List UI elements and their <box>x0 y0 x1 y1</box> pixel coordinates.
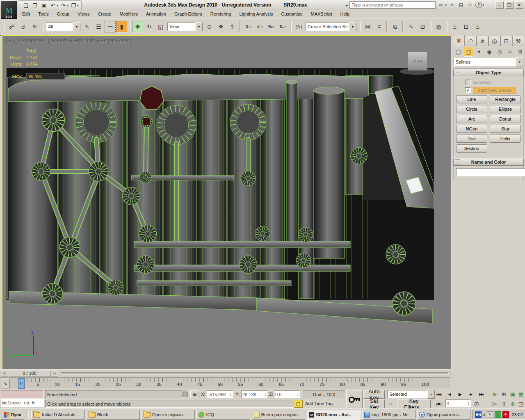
menu-tools[interactable]: Tools <box>34 11 53 17</box>
search-binoculars-icon[interactable]: ∞ <box>437 2 445 8</box>
menu-customize[interactable]: Customize <box>277 11 307 17</box>
tab-utilities[interactable]: ⚒ <box>512 36 524 46</box>
select-object-icon[interactable]: ↖ <box>82 21 93 32</box>
time-slider-handle[interactable]: 0 / 100 <box>9 370 50 377</box>
render-production-icon[interactable]: ♨ <box>472 21 483 32</box>
restore-button[interactable]: ❐ <box>505 1 514 9</box>
communication-center-icon[interactable]: ☊ <box>457 2 465 8</box>
default-tangent-icon[interactable]: ∿ <box>386 399 395 408</box>
y-coordinate-field[interactable]: ▴▾ <box>241 390 267 398</box>
goto-end-button[interactable]: ▶▶| <box>477 390 486 399</box>
category-shapes-icon[interactable]: ▢ <box>464 47 473 57</box>
set-keys-button[interactable] <box>346 390 363 408</box>
search-dropdown-icon[interactable]: ▾ <box>445 3 447 7</box>
play-button[interactable]: ▶ <box>455 390 465 399</box>
time-slider-groove[interactable] <box>61 372 449 374</box>
menu-views[interactable]: Views <box>73 11 94 17</box>
shape-button-ellipse[interactable]: Ellipse <box>490 105 521 113</box>
previous-frame-button[interactable]: ◀| <box>445 390 454 399</box>
edit-named-selection-sets-icon[interactable]: {✎} <box>293 21 304 32</box>
mirror-icon[interactable]: ⋈ <box>362 21 373 32</box>
percent-snap-toggle-icon[interactable]: %∩ <box>266 21 277 32</box>
select-and-manipulate-icon[interactable]: ❖ <box>215 21 226 32</box>
snaps-toggle-icon[interactable]: 3∩ <box>243 21 254 32</box>
menu-animation[interactable]: Animation <box>142 11 170 17</box>
menu-lighting-analysis[interactable]: Lighting Analysis <box>235 11 277 17</box>
category-systems-icon[interactable]: ⚙ <box>516 47 525 57</box>
tab-motion[interactable]: ◎ <box>488 36 500 46</box>
window-crossing-toggle-icon[interactable]: ▮ <box>116 21 127 32</box>
set-key-button[interactable]: Set Key <box>363 399 385 408</box>
taskbar-item-screens[interactable]: Просто скрины <box>142 410 195 420</box>
schematic-view-icon[interactable]: ⊟ <box>417 21 428 32</box>
selection-filter-dropdown[interactable]: All ▾ <box>46 23 80 31</box>
bind-to-space-warp-icon[interactable]: ≋ <box>29 21 40 32</box>
key-mode-toggle[interactable]: |◀▶| <box>434 399 443 408</box>
perspective-viewport[interactable]: y z x [ + ] [ Perspective ] [ Smooth + H… <box>2 36 450 368</box>
select-and-move-icon[interactable]: ✥ <box>132 21 143 32</box>
taskbar-item-block[interactable]: Block <box>87 410 140 420</box>
category-helpers-icon[interactable]: ◷ <box>495 47 504 57</box>
qat-dropdown-icon[interactable]: ▾ <box>77 4 79 7</box>
menu-rendering[interactable]: Rendering <box>206 11 235 17</box>
unlink-selection-icon[interactable]: ☌ <box>18 21 29 32</box>
shape-button-text[interactable]: Text <box>456 135 487 143</box>
y-coordinate-input[interactable] <box>242 391 263 397</box>
next-frame-arrow[interactable]: > <box>51 370 58 377</box>
infocenter-collapse-icon[interactable]: ▸ <box>346 3 348 7</box>
help-icon[interactable]: ? <box>475 2 482 8</box>
shape-button-helix[interactable]: Helix <box>490 135 521 143</box>
mini-curve-editor-button[interactable]: ∿ <box>1 379 10 388</box>
shape-button-ngon[interactable]: NGon <box>456 125 487 133</box>
viewcube-face[interactable]: LEFT <box>408 52 427 71</box>
z-coordinate-input[interactable] <box>274 391 296 397</box>
tab-display[interactable]: ⊡ <box>500 36 512 46</box>
taskbar-item-initial-d[interactable]: Initial D Absolute ... <box>31 410 84 420</box>
x-coordinate-input[interactable] <box>207 391 229 397</box>
current-frame-field[interactable]: ▴▾ <box>445 399 471 407</box>
menu-modifiers[interactable]: Modifiers <box>115 11 142 17</box>
start-button[interactable]: Пуск <box>1 410 24 420</box>
shape-category-dropdown[interactable]: Splines ▾ <box>454 58 523 66</box>
reference-coordinate-arrow-icon[interactable]: ▾ <box>195 22 203 31</box>
spinner-snap-toggle-icon[interactable]: ⇅∩ <box>277 21 288 32</box>
taskbar-item-sr20max[interactable]: M SR20.max - Aut... <box>307 410 360 420</box>
material-editor-icon[interactable]: ◍ <box>433 21 444 32</box>
viewport-label[interactable]: [ + ] [ Perspective ] [ Smooth + Highlig… <box>6 38 132 43</box>
zoom-extents-icon[interactable]: ▣ <box>509 390 517 399</box>
shape-button-rectangle[interactable]: Rectangle <box>490 95 521 103</box>
field-of-view-icon[interactable]: ▷ <box>491 399 499 408</box>
tab-create[interactable]: ✱ <box>453 35 465 46</box>
tablet-driver-tray-icon[interactable]: ✎ <box>487 411 493 418</box>
new-scene-button[interactable]: ❏ <box>22 2 30 9</box>
select-and-scale-icon[interactable]: ◱ <box>155 21 166 32</box>
help-dropdown-icon[interactable]: ▾ <box>482 3 484 7</box>
key-filters-button[interactable]: Key Filters... <box>397 399 431 408</box>
select-by-name-icon[interactable]: ☰ <box>93 21 104 32</box>
adaptive-degradation-toggle[interactable]: ▢ <box>294 400 303 408</box>
taskbar-item-conversations[interactable]: Всего разговоров... <box>252 410 305 420</box>
menu-graph-editors[interactable]: Graph Editors <box>170 11 206 17</box>
select-and-rotate-icon[interactable]: ↻ <box>144 21 155 32</box>
key-filter-scope-dropdown[interactable]: Selected ▾ <box>387 390 435 398</box>
shape-button-section[interactable]: Section <box>456 144 487 153</box>
category-geometry-icon[interactable]: ◯ <box>454 47 463 57</box>
select-and-link-icon[interactable]: ☍ <box>6 21 17 32</box>
redo-button[interactable]: ↷ <box>59 2 67 9</box>
category-lights-icon[interactable]: ✦ <box>474 47 484 57</box>
angle-snap-toggle-icon[interactable]: ∡∩ <box>254 21 265 32</box>
track-bar[interactable]: ∿ 05 1015 2025 3035 4045 5055 6065 7075 … <box>0 377 450 388</box>
messenger-tray-icon[interactable]: ? <box>495 411 501 418</box>
shape-category-arrow-icon[interactable]: ▾ <box>516 57 523 66</box>
tab-modify[interactable]: ◠ <box>465 36 477 46</box>
layer-manager-icon[interactable]: ⧉ <box>390 21 401 32</box>
taskbar-item-player[interactable]: ▶ Проигрыватель ... <box>417 410 470 420</box>
x-coordinate-field[interactable]: ▴▾ <box>207 390 233 398</box>
time-configuration-button[interactable]: ◴ <box>472 399 481 408</box>
current-frame-input[interactable] <box>446 400 467 406</box>
keyboard-shortcut-override-icon[interactable]: ⇑ <box>227 21 238 32</box>
undo-dropdown-icon[interactable]: ▾ <box>57 4 58 7</box>
shape-button-arc[interactable]: Arc <box>456 115 487 123</box>
previous-frame-arrow[interactable]: < <box>1 370 8 377</box>
shape-button-donut[interactable]: Donut <box>490 115 521 123</box>
